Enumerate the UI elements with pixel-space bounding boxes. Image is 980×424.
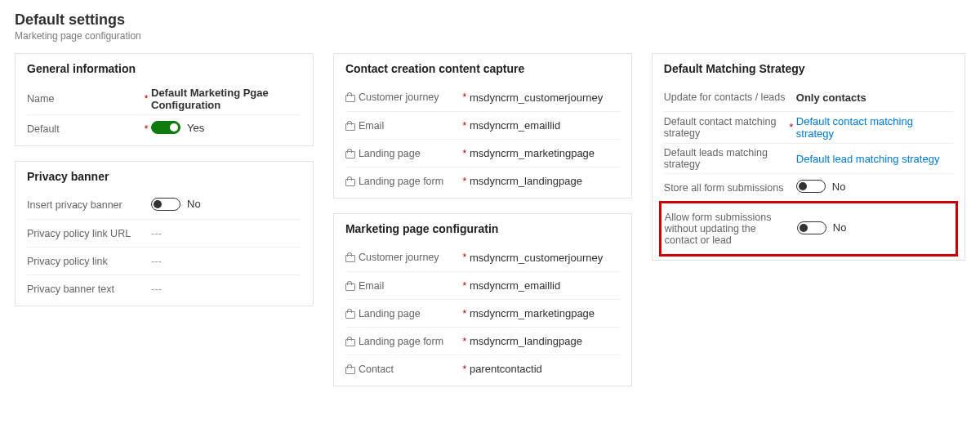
lock-icon bbox=[345, 309, 354, 319]
mc-lpf-label: Landing page form bbox=[359, 336, 443, 347]
privacy-text-value[interactable]: --- bbox=[151, 283, 301, 295]
required-icon: * bbox=[460, 91, 470, 103]
cc-email-value[interactable]: msdyncrm_emaillid bbox=[470, 119, 620, 132]
cc-lp-label: Landing page bbox=[359, 148, 421, 159]
lock-icon bbox=[345, 252, 354, 262]
contact-strategy-label: Default contact matching strategy bbox=[664, 116, 786, 139]
mc-lp-label: Landing page bbox=[359, 308, 421, 319]
name-value[interactable]: Default Marketing Pgae Configuration bbox=[151, 87, 301, 111]
lock-icon bbox=[345, 121, 354, 131]
store-submissions-row: Store all form submissions No bbox=[664, 173, 953, 201]
allow-submissions-toggle[interactable]: No bbox=[797, 221, 847, 234]
privacy-url-value[interactable]: --- bbox=[151, 227, 301, 239]
mc-email-label: Email bbox=[359, 280, 384, 292]
privacy-url-row: Privacy policy link URL --- bbox=[27, 219, 301, 247]
required-icon: * bbox=[460, 176, 470, 187]
contact-capture-card: Contact creation content capture Custome… bbox=[333, 53, 632, 199]
required-icon: * bbox=[786, 122, 796, 133]
name-label: Name bbox=[27, 93, 141, 105]
contact-strategy-row: Default contact matching strategy * Defa… bbox=[664, 111, 953, 143]
required-icon: * bbox=[460, 120, 470, 132]
required-icon: * bbox=[141, 93, 151, 105]
lead-strategy-label: Default leads matching strategy bbox=[664, 147, 786, 170]
required-icon: * bbox=[460, 252, 470, 263]
default-toggle-label: Yes bbox=[187, 122, 204, 134]
required-icon: * bbox=[460, 280, 470, 292]
mc-journey-label: Customer journey bbox=[359, 252, 439, 263]
privacy-heading: Privacy banner bbox=[27, 170, 301, 183]
allow-submissions-row: Allow form submissions without updating … bbox=[665, 208, 952, 249]
allow-submissions-label: Allow form submissions without updating … bbox=[665, 212, 787, 246]
cc-lpf-label: Landing page form bbox=[359, 176, 443, 187]
lock-icon bbox=[345, 364, 354, 374]
mc-lpf-value[interactable]: msdyncrm_landingpage bbox=[470, 335, 620, 347]
privacy-link-row: Privacy policy link --- bbox=[27, 247, 301, 274]
mc-lp-value[interactable]: msdyncrm_marketingpage bbox=[470, 307, 620, 319]
mc-lp-row: Landing page * msdyncrm_marketingpage bbox=[345, 299, 620, 327]
privacy-banner-card: Privacy banner Insert privacy banner No … bbox=[15, 161, 314, 306]
required-icon: * bbox=[460, 336, 470, 347]
mc-lpf-row: Landing page form * msdyncrm_landingpage bbox=[345, 327, 620, 355]
mc-contact-label: Contact bbox=[359, 364, 394, 375]
store-submissions-toggle[interactable]: No bbox=[796, 180, 846, 193]
cc-lpf-value[interactable]: msdyncrm_landingpage bbox=[470, 175, 620, 187]
privacy-text-row: Privacy banner text --- bbox=[27, 274, 301, 302]
default-label: Default bbox=[27, 123, 141, 135]
required-icon: * bbox=[460, 148, 470, 159]
marketing-config-card: Marketing page configuratin Customer jou… bbox=[333, 213, 632, 386]
store-submissions-label: Store all form submissions bbox=[664, 182, 786, 194]
mc-journey-row: Customer journey * msdyncrm_customerjour… bbox=[345, 243, 620, 271]
insert-privacy-row: Insert privacy banner No bbox=[27, 191, 301, 219]
marketing-config-heading: Marketing page configuratin bbox=[345, 222, 620, 235]
cc-lpf-row: Landing page form * msdyncrm_landingpage bbox=[345, 167, 620, 194]
privacy-url-label: Privacy policy link URL bbox=[27, 228, 141, 239]
store-submissions-toggle-label: No bbox=[832, 181, 846, 193]
cc-journey-label: Customer journey bbox=[359, 91, 439, 103]
highlighted-setting: Allow form submissions without updating … bbox=[659, 201, 958, 257]
default-toggle[interactable]: Yes bbox=[151, 121, 204, 134]
allow-submissions-toggle-label: No bbox=[833, 221, 847, 234]
insert-privacy-label: Insert privacy banner bbox=[27, 199, 141, 211]
cc-journey-value[interactable]: msdyncrm_customerjourney bbox=[470, 91, 620, 104]
lock-icon bbox=[345, 176, 354, 186]
insert-privacy-toggle-label: No bbox=[187, 198, 201, 210]
required-icon: * bbox=[460, 308, 470, 319]
general-heading: General information bbox=[27, 62, 301, 75]
page-subtitle: Marketing page configuration bbox=[15, 30, 965, 42]
cc-journey-row: Customer journey * msdyncrm_customerjour… bbox=[345, 83, 620, 111]
privacy-link-label: Privacy policy link bbox=[27, 256, 141, 267]
mc-contact-row: Contact * parentcontactid bbox=[345, 355, 620, 382]
lock-icon bbox=[345, 337, 354, 346]
matching-strategy-card: Default Matching Strategy Update for con… bbox=[652, 53, 965, 261]
lock-icon bbox=[345, 281, 354, 291]
general-information-card: General information Name * Default Marke… bbox=[15, 53, 314, 146]
mc-email-row: Email * msdyncrm_emaillid bbox=[345, 271, 620, 299]
mc-email-value[interactable]: msdyncrm_emaillid bbox=[470, 279, 620, 292]
contact-capture-heading: Contact creation content capture bbox=[345, 62, 620, 75]
page-title: Default settings bbox=[15, 11, 965, 29]
lead-strategy-link[interactable]: Default lead matching strategy bbox=[796, 153, 953, 165]
lock-icon bbox=[345, 92, 354, 102]
mc-journey-value[interactable]: msdyncrm_customerjourney bbox=[470, 252, 620, 264]
mc-contact-value[interactable]: parentcontactid bbox=[470, 363, 620, 375]
update-value[interactable]: Only contacts bbox=[796, 91, 953, 104]
required-icon: * bbox=[460, 364, 470, 375]
privacy-text-label: Privacy banner text bbox=[27, 283, 141, 295]
privacy-link-value[interactable]: --- bbox=[151, 255, 301, 267]
cc-email-row: Email * msdyncrm_emaillid bbox=[345, 111, 620, 139]
update-row: Update for contacts / leads Only contact… bbox=[664, 83, 953, 111]
lock-icon bbox=[345, 149, 354, 158]
update-label: Update for contacts / leads bbox=[664, 91, 786, 103]
insert-privacy-toggle[interactable]: No bbox=[151, 198, 201, 211]
cc-lp-row: Landing page * msdyncrm_marketingpage bbox=[345, 139, 620, 167]
required-icon: * bbox=[141, 123, 151, 135]
cc-lp-value[interactable]: msdyncrm_marketingpage bbox=[470, 147, 620, 159]
name-row: Name * Default Marketing Pgae Configurat… bbox=[27, 83, 301, 114]
matching-heading: Default Matching Strategy bbox=[664, 62, 953, 75]
default-row: Default * Yes bbox=[27, 114, 301, 142]
contact-strategy-link[interactable]: Default contact matching strategy bbox=[796, 115, 953, 140]
cc-email-label: Email bbox=[359, 120, 384, 132]
lead-strategy-row: Default leads matching strategy Default … bbox=[664, 143, 953, 173]
